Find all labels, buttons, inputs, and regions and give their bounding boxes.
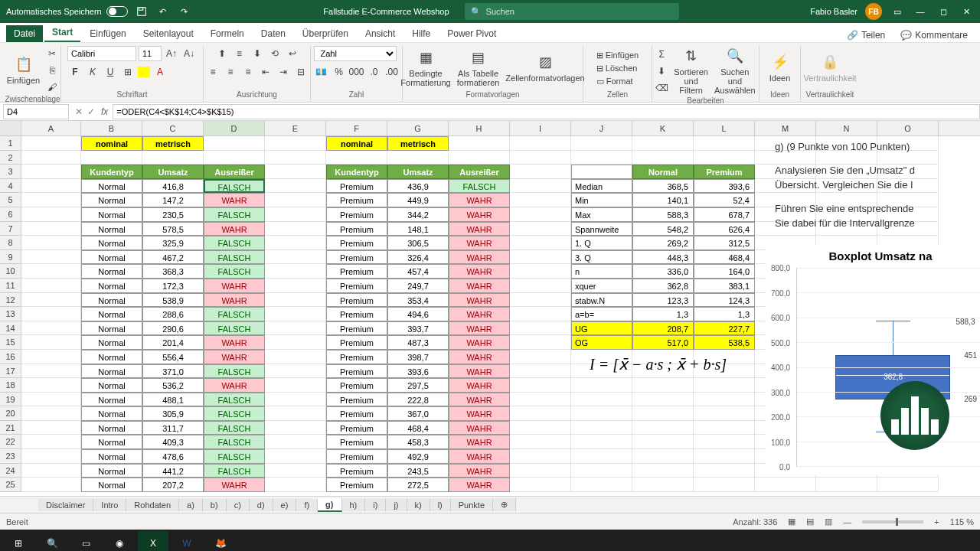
increase-decimal-icon[interactable]: .0 bbox=[367, 64, 382, 80]
cell[interactable]: 353,4 bbox=[387, 293, 449, 308]
cell[interactable] bbox=[694, 136, 755, 151]
sheet-tab-i)[interactable]: i) bbox=[365, 499, 386, 511]
fx-icon[interactable]: fx bbox=[101, 106, 113, 117]
cell[interactable] bbox=[21, 136, 81, 151]
tab-ansicht[interactable]: Ansicht bbox=[358, 25, 403, 42]
insert-cells-button[interactable]: ⊞ Einfügen bbox=[593, 50, 642, 61]
cell[interactable] bbox=[510, 222, 571, 236]
cell[interactable]: WAHR bbox=[449, 207, 510, 222]
maximize-icon[interactable]: ◻ bbox=[936, 4, 951, 19]
save-icon[interactable] bbox=[134, 4, 149, 19]
cell[interactable]: WAHR bbox=[449, 222, 510, 236]
cell[interactable]: WAHR bbox=[204, 193, 265, 207]
font-color-icon[interactable]: A bbox=[152, 64, 168, 80]
cell[interactable]: WAHR bbox=[449, 321, 510, 336]
cell[interactable] bbox=[510, 136, 571, 151]
cell[interactable]: WAHR bbox=[449, 264, 510, 279]
cell[interactable]: Median bbox=[571, 179, 632, 194]
cell[interactable]: Normal bbox=[81, 435, 142, 449]
cell[interactable]: 362,8 bbox=[632, 279, 694, 293]
cell[interactable] bbox=[571, 378, 632, 393]
cell[interactable]: Normal bbox=[81, 264, 142, 279]
cell[interactable]: 288,6 bbox=[142, 307, 204, 321]
tab-datei[interactable]: Datei bbox=[6, 25, 43, 42]
cell[interactable] bbox=[142, 151, 204, 165]
cell[interactable]: Normal bbox=[81, 393, 142, 407]
cell[interactable]: 123,3 bbox=[632, 293, 694, 308]
cell[interactable]: 409,3 bbox=[142, 435, 204, 449]
cell[interactable]: Max bbox=[571, 207, 632, 222]
cell[interactable]: 272,5 bbox=[387, 478, 449, 492]
cell[interactable] bbox=[510, 179, 571, 194]
cell[interactable]: WAHR bbox=[449, 435, 510, 449]
sheet-tab-c)[interactable]: c) bbox=[227, 499, 250, 511]
cell[interactable] bbox=[265, 250, 326, 265]
cell[interactable]: 487,3 bbox=[387, 335, 449, 350]
col-header-F[interactable]: F bbox=[326, 121, 387, 135]
cell[interactable]: 441,2 bbox=[142, 464, 204, 478]
sheet-tab-Disclaimer[interactable]: Disclaimer bbox=[38, 499, 93, 511]
cell[interactable] bbox=[632, 136, 694, 151]
cell[interactable] bbox=[265, 393, 326, 407]
view-page-icon[interactable]: ▤ bbox=[806, 517, 814, 527]
cell[interactable] bbox=[571, 165, 632, 179]
cell[interactable]: 243,5 bbox=[387, 464, 449, 478]
row-header[interactable]: 3 bbox=[0, 165, 21, 179]
wrap-text-icon[interactable]: ↩ bbox=[285, 46, 300, 61]
cell[interactable]: 148,1 bbox=[387, 222, 449, 236]
cell[interactable] bbox=[387, 151, 449, 165]
cell[interactable]: Premium bbox=[326, 478, 387, 492]
cell[interactable] bbox=[265, 449, 326, 464]
cell[interactable]: FALSCH bbox=[204, 250, 265, 265]
cell[interactable]: WAHR bbox=[449, 464, 510, 478]
cell[interactable] bbox=[21, 478, 81, 492]
cell[interactable]: 325,9 bbox=[142, 236, 204, 250]
cell[interactable]: 367,0 bbox=[387, 406, 449, 421]
cell[interactable]: WAHR bbox=[204, 222, 265, 236]
tab-daten[interactable]: Daten bbox=[253, 25, 293, 42]
zoom-level[interactable]: 115 % bbox=[950, 517, 974, 527]
cell[interactable]: WAHR bbox=[449, 307, 510, 321]
cell[interactable] bbox=[21, 321, 81, 336]
cell[interactable]: WAHR bbox=[449, 236, 510, 250]
cell[interactable] bbox=[265, 464, 326, 478]
cell[interactable]: WAHR bbox=[449, 279, 510, 293]
cell[interactable]: 398,7 bbox=[387, 350, 449, 364]
cell[interactable] bbox=[265, 279, 326, 293]
sort-filter-button[interactable]: ⇅Sortieren und Filtern bbox=[672, 46, 710, 96]
cell[interactable]: Normal bbox=[81, 207, 142, 222]
cell[interactable]: Normal bbox=[81, 364, 142, 379]
cell[interactable]: 468,4 bbox=[694, 250, 755, 265]
cell[interactable] bbox=[265, 364, 326, 379]
cell[interactable] bbox=[877, 478, 939, 492]
cell[interactable]: WAHR bbox=[449, 364, 510, 379]
cell[interactable]: FALSCH bbox=[204, 264, 265, 279]
cell[interactable]: nominal bbox=[81, 136, 142, 151]
cell[interactable]: Normal bbox=[81, 321, 142, 336]
cell[interactable] bbox=[632, 406, 694, 421]
col-header-J[interactable]: J bbox=[571, 121, 632, 135]
cell[interactable]: 201,4 bbox=[142, 335, 204, 350]
cell[interactable]: Kundentyp bbox=[326, 165, 387, 179]
row-header[interactable]: 12 bbox=[0, 293, 21, 308]
cell[interactable]: 208,7 bbox=[632, 321, 694, 336]
cell[interactable] bbox=[204, 151, 265, 165]
cell[interactable]: Kundentyp bbox=[81, 165, 142, 179]
cell[interactable]: 626,4 bbox=[694, 222, 755, 236]
close-icon[interactable]: ✕ bbox=[959, 4, 974, 19]
cell-styles-button[interactable]: ▨Zellenformatvorlagen bbox=[504, 52, 586, 84]
cell[interactable] bbox=[204, 136, 265, 151]
thousands-icon[interactable]: 000 bbox=[349, 64, 364, 80]
percent-icon[interactable]: % bbox=[332, 64, 347, 80]
row-header[interactable]: 24 bbox=[0, 464, 21, 478]
cell[interactable]: xquer bbox=[571, 279, 632, 293]
cell[interactable]: 492,9 bbox=[387, 449, 449, 464]
ideas-button[interactable]: ⚡Ideen bbox=[768, 52, 792, 84]
merge-icon[interactable]: ⊟ bbox=[293, 64, 309, 80]
user-avatar[interactable]: FB bbox=[865, 3, 882, 20]
cell[interactable]: FALSCH bbox=[204, 393, 265, 407]
cell[interactable] bbox=[694, 151, 755, 165]
cell[interactable] bbox=[571, 464, 632, 478]
row-header[interactable]: 8 bbox=[0, 236, 21, 250]
cell[interactable] bbox=[694, 435, 755, 449]
